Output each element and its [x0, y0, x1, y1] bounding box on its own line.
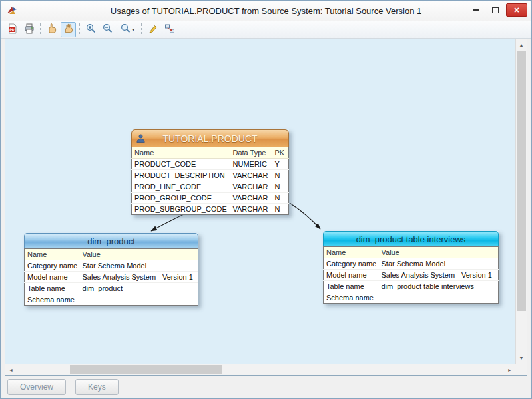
maximize-button[interactable]	[487, 3, 504, 17]
select-hand-icon	[46, 23, 57, 36]
table-row[interactable]: Category name Star Schema Model	[25, 260, 198, 272]
col-header-name: Name	[25, 249, 80, 260]
table-row[interactable]: PRODUCT_CODE NUMERIC Y	[132, 159, 289, 170]
zoom-in-button[interactable]	[83, 22, 99, 37]
zoom-level-icon	[120, 23, 131, 36]
close-button[interactable]: ×	[506, 3, 527, 17]
minimize-button[interactable]	[467, 3, 485, 17]
edit-pencil-icon	[148, 23, 158, 36]
cell-name: Table name	[25, 283, 80, 294]
cell-name: PROD_SUBGROUP_CODE	[132, 204, 230, 215]
cell-pk: N	[272, 181, 289, 193]
table-row[interactable]: Table name dim_product table interviews	[324, 281, 499, 292]
table-header-row: Name Value	[25, 249, 198, 260]
relationship-icon	[164, 23, 175, 36]
horizontal-scroll-track[interactable]	[17, 364, 504, 375]
entity-dim-product-interviews[interactable]: dim_product table interviews Name Value	[323, 231, 499, 304]
cell-pk: Y	[272, 159, 289, 170]
select-hand-button[interactable]	[44, 22, 59, 37]
zoom-in-icon	[85, 23, 97, 36]
table-row[interactable]: Model name Sales Analysis System - Versi…	[324, 270, 499, 281]
scroll-left-button[interactable]: ◄	[5, 364, 17, 375]
scroll-down-icon: ▼	[519, 356, 524, 360]
cell-value: Sales Analysis System - Version 1	[379, 270, 499, 281]
col-header-value: Value	[80, 249, 198, 260]
table-row[interactable]: PROD_GROUP_CODE VARCHAR N	[132, 193, 289, 204]
vertical-scroll-track[interactable]	[516, 51, 527, 352]
titlebar: Usages of TUTORIAL.PRODUCT from Source S…	[1, 1, 531, 21]
cell-datatype: VARCHAR	[230, 193, 272, 204]
app-logo-icon	[6, 5, 18, 16]
col-header-value: Value	[379, 247, 499, 258]
horizontal-scrollbar[interactable]: ◄ ►	[5, 364, 515, 375]
cell-name: Category name	[25, 260, 80, 272]
toolbar: ▾	[1, 21, 531, 39]
cell-pk: N	[272, 204, 289, 215]
scroll-down-button[interactable]: ▼	[516, 352, 527, 364]
table-row[interactable]: Schema name	[324, 292, 499, 304]
diagram-panel: TUTORIAL.PRODUCT Name Data Type PK	[5, 39, 527, 376]
cell-value	[80, 294, 198, 306]
tab-keys[interactable]: Keys	[75, 379, 119, 395]
app-window: Usages of TUTORIAL.PRODUCT from Source S…	[0, 0, 532, 399]
cell-value: Star Schema Model	[80, 260, 198, 272]
cell-value	[379, 292, 499, 304]
diagram-canvas[interactable]: TUTORIAL.PRODUCT Name Data Type PK	[5, 39, 515, 364]
table-row[interactable]: PROD_LINE_CODE VARCHAR N	[132, 181, 289, 193]
table-owner-icon	[136, 133, 146, 143]
minimize-icon	[473, 9, 479, 11]
arrow-product-to-dim-product	[151, 212, 188, 231]
window-controls: ×	[467, 3, 527, 17]
print-icon	[24, 23, 35, 36]
cell-name: Schema name	[324, 292, 379, 304]
toolbar-separator	[79, 23, 80, 35]
table-header-row: Name Value	[324, 247, 499, 258]
horizontal-scroll-thumb[interactable]	[70, 365, 222, 374]
entity-dim-product[interactable]: dim_product Name Value Category n	[24, 233, 198, 306]
export-pdf-button[interactable]	[5, 22, 20, 37]
cell-name: Category name	[324, 258, 379, 270]
table-header-row: Name Data Type PK	[132, 147, 289, 159]
cell-name: PROD_LINE_CODE	[132, 181, 230, 193]
cell-name: PROD_GROUP_CODE	[132, 193, 230, 204]
cell-datatype: VARCHAR	[230, 204, 272, 215]
entity-title: dim_product table interviews	[356, 234, 466, 244]
cell-name: Table name	[324, 281, 379, 292]
cell-value: dim_product	[80, 283, 198, 294]
cell-name: Schema name	[25, 294, 80, 306]
toolbar-separator	[141, 23, 142, 35]
table-row[interactable]: Model name Sales Analysis System - Versi…	[25, 272, 198, 283]
cell-name: PRODUCT_CODE	[132, 159, 230, 170]
cell-value: Sales Analysis System - Version 1	[80, 272, 198, 283]
entity-dim-product-interviews-header[interactable]: dim_product table interviews	[323, 231, 499, 246]
table-row[interactable]: Schema name	[25, 294, 198, 306]
cell-datatype: NUMERIC	[230, 159, 272, 170]
entity-title: dim_product	[87, 236, 135, 246]
entity-tutorial-product-header[interactable]: TUTORIAL.PRODUCT	[131, 129, 289, 147]
table-row[interactable]: Table name dim_product	[25, 283, 198, 294]
scroll-up-icon: ▲	[519, 43, 524, 47]
cell-datatype: VARCHAR	[230, 170, 272, 181]
table-row[interactable]: PRODUCT_DESCRIPTION VARCHAR N	[132, 170, 289, 181]
cell-value: dim_product table interviews	[379, 281, 499, 292]
vertical-scroll-thumb[interactable]	[517, 51, 526, 311]
window-title: Usages of TUTORIAL.PRODUCT from Source S…	[111, 6, 421, 16]
scroll-right-button[interactable]: ►	[504, 364, 515, 375]
table-row[interactable]: PROD_SUBGROUP_CODE VARCHAR N	[132, 204, 289, 215]
entity-dim-product-header[interactable]: dim_product	[24, 233, 198, 248]
relationship-button[interactable]	[162, 22, 177, 37]
table-row[interactable]: Category name Star Schema Model	[324, 258, 499, 270]
scroll-up-button[interactable]: ▲	[516, 39, 527, 51]
col-header-datatype: Data Type	[230, 147, 272, 159]
entity-tutorial-product[interactable]: TUTORIAL.PRODUCT Name Data Type PK	[131, 129, 289, 215]
print-button[interactable]	[21, 22, 37, 37]
pan-hand-button[interactable]	[61, 22, 76, 37]
zoom-out-button[interactable]	[100, 22, 115, 37]
edit-pencil-button[interactable]	[145, 22, 160, 37]
zoom-level-dropdown-button[interactable]: ▾	[117, 22, 138, 37]
col-header-name: Name	[132, 147, 230, 159]
export-pdf-icon	[7, 23, 18, 36]
tab-overview[interactable]: Overview	[7, 379, 66, 395]
col-header-pk: PK	[272, 147, 289, 159]
vertical-scrollbar[interactable]: ▲ ▼	[515, 39, 527, 364]
